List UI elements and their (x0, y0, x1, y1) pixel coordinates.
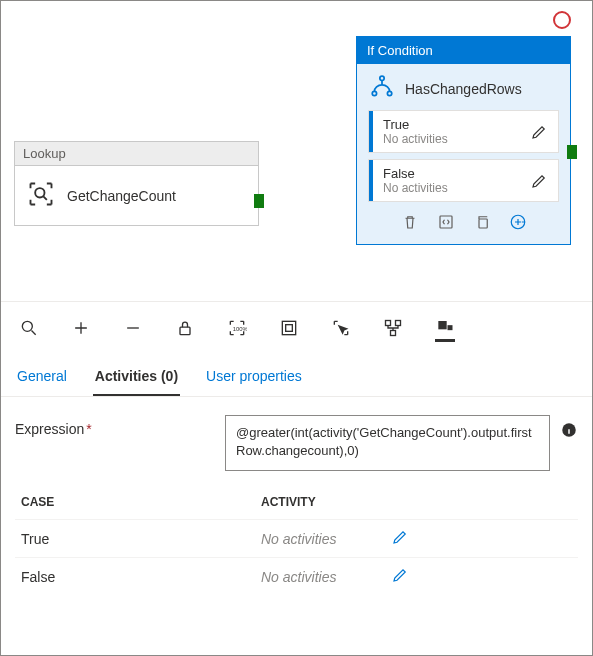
case-table-header: CASE ACTIVITY (15, 495, 578, 519)
pipeline-canvas[interactable]: Lookup GetChangeCount If Condition HasCh… (1, 1, 592, 301)
case-activity-text: No activities (261, 531, 391, 547)
true-branch-label: True (383, 117, 448, 132)
lock-icon[interactable] (175, 318, 195, 338)
code-icon[interactable] (437, 213, 455, 234)
svg-rect-11 (286, 325, 293, 332)
copy-icon[interactable] (473, 213, 491, 234)
svg-rect-15 (438, 321, 446, 329)
condition-header: If Condition (357, 37, 570, 64)
svg-point-3 (387, 91, 391, 95)
svg-rect-13 (396, 321, 401, 326)
true-branch-box[interactable]: True No activities (369, 111, 558, 152)
minimap-icon[interactable] (435, 314, 455, 342)
svg-rect-10 (282, 321, 295, 334)
tab-activities[interactable]: Activities (0) (93, 362, 180, 396)
edit-icon[interactable] (530, 172, 548, 190)
tab-general[interactable]: General (15, 362, 69, 396)
lookup-icon (27, 180, 55, 211)
search-icon[interactable] (19, 318, 39, 338)
true-branch-sub: No activities (383, 132, 448, 146)
expression-input[interactable]: @greater(int(activity('GetChangeCount').… (225, 415, 550, 471)
svg-rect-14 (391, 331, 396, 336)
canvas-toolbar: 100% (1, 301, 592, 354)
output-port[interactable] (567, 145, 577, 159)
svg-point-7 (22, 321, 32, 331)
fit-screen-icon[interactable] (279, 318, 299, 338)
tab-user-properties[interactable]: User properties (204, 362, 304, 396)
case-col-header: CASE (21, 495, 261, 509)
output-port[interactable] (254, 194, 264, 208)
properties-tabs: General Activities (0) User properties (1, 354, 592, 397)
false-branch-box[interactable]: False No activities (369, 160, 558, 201)
select-icon[interactable] (331, 318, 351, 338)
info-icon[interactable] (560, 421, 578, 439)
required-asterisk: * (86, 421, 91, 437)
case-name: True (21, 531, 261, 547)
svg-rect-4 (440, 216, 452, 228)
expression-label: Expression (15, 421, 84, 437)
case-row: True No activities (15, 519, 578, 557)
false-branch-sub: No activities (383, 181, 448, 195)
auto-align-icon[interactable] (383, 318, 403, 338)
edit-icon[interactable] (391, 566, 409, 587)
zoom-out-icon[interactable] (123, 318, 143, 338)
svg-point-2 (372, 91, 376, 95)
edit-icon[interactable] (391, 528, 409, 549)
lookup-title: GetChangeCount (67, 188, 176, 204)
svg-rect-5 (479, 219, 487, 228)
activity-col-header: ACTIVITY (261, 495, 316, 509)
add-activity-icon[interactable] (509, 213, 527, 234)
svg-point-0 (35, 188, 44, 197)
case-row: False No activities (15, 557, 578, 595)
svg-rect-12 (386, 321, 391, 326)
properties-panel: Expression* @greater(int(activity('GetCh… (1, 397, 592, 613)
edit-icon[interactable] (530, 123, 548, 141)
case-name: False (21, 569, 261, 585)
branch-icon (369, 74, 395, 103)
svg-point-1 (380, 76, 384, 80)
svg-rect-8 (180, 327, 190, 335)
false-branch-label: False (383, 166, 448, 181)
if-condition-activity-node[interactable]: If Condition HasChangedRows True No acti… (356, 36, 571, 245)
zoom-reset-icon[interactable]: 100% (227, 318, 247, 338)
svg-rect-16 (448, 325, 453, 330)
svg-text:100%: 100% (233, 326, 247, 332)
zoom-in-icon[interactable] (71, 318, 91, 338)
validation-error-icon (553, 11, 571, 29)
case-activity-text: No activities (261, 569, 391, 585)
condition-title: HasChangedRows (405, 81, 522, 97)
delete-icon[interactable] (401, 213, 419, 234)
lookup-header: Lookup (15, 142, 258, 166)
lookup-activity-node[interactable]: Lookup GetChangeCount (14, 141, 259, 226)
